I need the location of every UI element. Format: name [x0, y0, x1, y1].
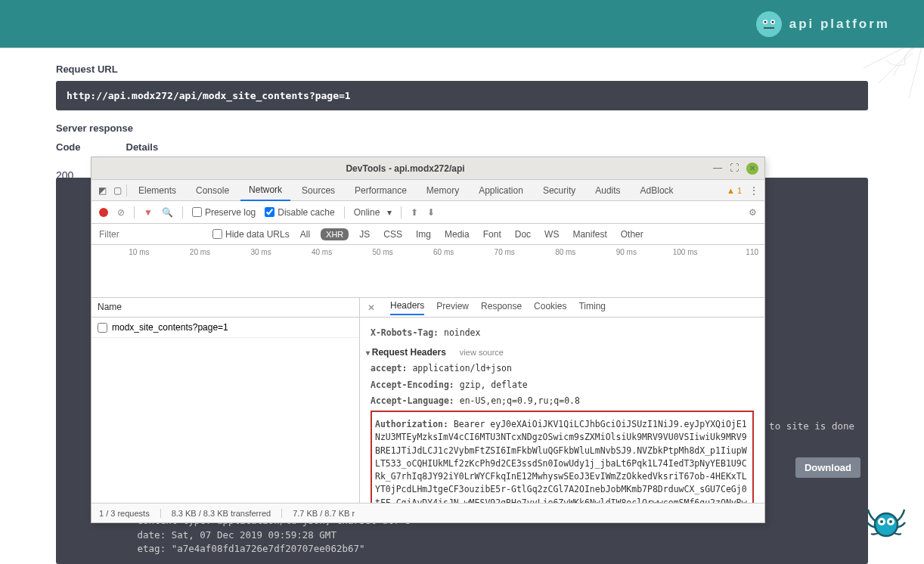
headers-content[interactable]: X-Robots-Tag: noindex Request Headersvie…: [360, 318, 764, 503]
svg-point-3: [771, 21, 774, 23]
devtools-window: DevTools - api.modx272/api — ⛶ ✕ ◩ ▢ Ele…: [91, 156, 765, 523]
network-timeline[interactable]: 10 ms 20 ms 30 ms 40 ms 50 ms 60 ms 70 m…: [91, 245, 764, 298]
preserve-log-checkbox[interactable]: Preserve log: [192, 207, 256, 218]
device-icon[interactable]: ▢: [111, 185, 123, 196]
filter-type-media[interactable]: Media: [442, 228, 473, 241]
tab-security[interactable]: Security: [535, 181, 584, 200]
transferred-size: 8.3 KB / 8.3 KB transferred: [172, 509, 282, 518]
tab-sources[interactable]: Sources: [293, 181, 343, 200]
tab-console[interactable]: Console: [188, 181, 237, 200]
request-detail-panel: ✕ Headers Preview Response Cookies Timin…: [360, 298, 764, 503]
code-col-label: Code: [56, 141, 81, 153]
detail-tab-cookies[interactable]: Cookies: [534, 301, 566, 315]
download-button[interactable]: Download: [795, 457, 860, 478]
detail-tab-timing[interactable]: Timing: [578, 301, 606, 315]
brand-name: api platform: [789, 17, 890, 32]
tab-network[interactable]: Network: [240, 180, 290, 201]
minimize-icon[interactable]: —: [713, 163, 722, 175]
devtools-title: DevTools - api.modx272/api: [98, 163, 713, 174]
filter-icon[interactable]: ▼: [144, 207, 153, 218]
upload-icon[interactable]: ⬆: [411, 207, 418, 218]
request-row[interactable]: modx_site_contents?page=1: [91, 318, 359, 338]
filter-type-manifest[interactable]: Manifest: [569, 228, 609, 241]
tab-elements[interactable]: Elements: [130, 181, 184, 200]
warning-badge[interactable]: ▲ 1: [727, 186, 742, 195]
detail-tab-response[interactable]: Response: [481, 301, 522, 315]
network-toolbar: ⊘ ▼ 🔍 Preserve log Disable cache Online …: [91, 201, 764, 224]
filter-type-other[interactable]: Other: [618, 228, 646, 241]
top-banner: api platform: [0, 0, 924, 48]
details-col-label: Details: [126, 141, 159, 153]
tab-memory[interactable]: Memory: [418, 181, 467, 200]
filter-input[interactable]: [99, 229, 205, 240]
request-name: modx_site_contents?page=1: [112, 322, 228, 333]
request-list-panel: Name modx_site_contents?page=1: [91, 298, 360, 503]
filter-type-css[interactable]: CSS: [380, 228, 405, 241]
detail-tab-preview[interactable]: Preview: [436, 301, 469, 315]
devtools-titlebar[interactable]: DevTools - api.modx272/api — ⛶ ✕: [91, 157, 764, 180]
clear-icon[interactable]: ⊘: [117, 207, 125, 218]
filter-type-js[interactable]: JS: [356, 228, 373, 241]
gear-icon[interactable]: ⚙: [749, 207, 757, 218]
throttle-select[interactable]: Online ▾: [354, 207, 392, 218]
tab-performance[interactable]: Performance: [346, 181, 415, 200]
filter-type-all[interactable]: All: [297, 228, 313, 241]
filter-type-xhr[interactable]: XHR: [321, 228, 349, 240]
svg-point-4: [875, 513, 898, 536]
disable-cache-checkbox[interactable]: Disable cache: [265, 207, 334, 218]
close-detail-icon[interactable]: ✕: [367, 302, 375, 313]
spider-mascot-icon: [864, 496, 909, 541]
name-column-header[interactable]: Name: [91, 298, 359, 318]
filter-type-doc[interactable]: Doc: [512, 228, 534, 241]
request-checkbox[interactable]: [98, 323, 107, 333]
filter-type-font[interactable]: Font: [480, 228, 504, 241]
network-filter-bar: Hide data URLs All XHR JS CSS Img Media …: [91, 224, 764, 245]
view-source-link[interactable]: view source: [460, 348, 504, 357]
request-url-label: Request URL: [56, 64, 868, 75]
svg-point-8: [889, 520, 892, 523]
request-count: 1 / 3 requests: [99, 509, 161, 518]
devtools-panel-tabs: ◩ ▢ Elements Console Network Sources Per…: [91, 180, 764, 201]
svg-point-7: [880, 520, 883, 523]
record-button[interactable]: [99, 208, 108, 217]
tab-audits[interactable]: Audits: [587, 181, 628, 200]
filter-type-ws[interactable]: WS: [541, 228, 562, 241]
server-response-label: Server response: [56, 122, 868, 134]
download-icon[interactable]: ⬇: [427, 207, 435, 218]
svg-point-2: [764, 21, 766, 23]
tab-adblock[interactable]: AdBlock: [632, 181, 682, 200]
maximize-icon[interactable]: ⛶: [730, 163, 739, 175]
response-columns: Code Details: [56, 141, 868, 153]
network-status-bar: 1 / 3 requests 8.3 KB / 8.3 KB transferr…: [91, 503, 764, 522]
search-icon[interactable]: 🔍: [162, 207, 173, 218]
authorization-highlight: Authorization: Bearer eyJ0eXAiOiJKV1QiLC…: [371, 411, 754, 503]
filter-type-img[interactable]: Img: [413, 228, 434, 241]
inspect-icon[interactable]: ◩: [96, 185, 108, 196]
resource-size: 7.7 KB / 8.7 KB r: [293, 509, 365, 518]
tab-application[interactable]: Application: [470, 181, 532, 200]
brand: api platform: [756, 11, 890, 37]
hide-data-urls-checkbox[interactable]: Hide data URLs: [212, 229, 290, 240]
brand-logo-icon: [756, 11, 782, 37]
request-headers-section: Request Headersview source: [366, 347, 754, 358]
detail-tab-headers[interactable]: Headers: [390, 300, 424, 315]
kebab-menu-icon[interactable]: ⋮: [748, 185, 760, 196]
close-icon[interactable]: ✕: [746, 163, 758, 175]
request-url-value: http://api.modx272/api/modx_site_content…: [56, 81, 868, 110]
